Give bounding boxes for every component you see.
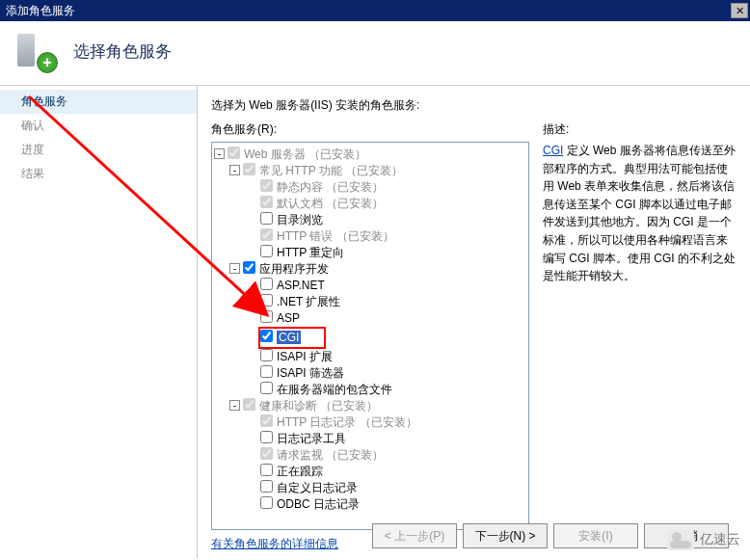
- node-odbc-log[interactable]: ODBC 日志记录: [214, 496, 526, 513]
- checkbox[interactable]: [260, 480, 273, 493]
- node-health[interactable]: -健康和诊断 （已安装）: [214, 398, 526, 414]
- watermark-icon: [667, 529, 694, 550]
- node-cgi[interactable]: CGI: [214, 327, 526, 349]
- checkbox: [260, 414, 273, 427]
- wizard-header: + 选择角色服务: [0, 21, 750, 86]
- wizard-steps: 角色服务 确认 进度 结果: [0, 86, 198, 558]
- node-tracing[interactable]: 正在跟踪: [214, 464, 526, 480]
- step-role-services[interactable]: 角色服务: [0, 90, 197, 114]
- node-isapi-ext[interactable]: ISAPI 扩展: [214, 349, 526, 365]
- desc-link-cgi[interactable]: CGI: [543, 144, 563, 157]
- node-asp[interactable]: ASP: [214, 310, 526, 327]
- checkbox[interactable]: [260, 431, 273, 443]
- node-app-dev[interactable]: -应用程序开发: [214, 261, 526, 278]
- node-ssi[interactable]: 在服务器端的包含文件: [214, 382, 526, 398]
- checkbox[interactable]: [260, 496, 273, 509]
- step-confirm[interactable]: 确认: [0, 114, 197, 138]
- step-progress[interactable]: 进度: [0, 138, 197, 162]
- node-web-server[interactable]: -Web 服务器 （已安装）: [214, 147, 526, 163]
- node-http-log[interactable]: HTTP 日志记录 （已安装）: [214, 414, 526, 431]
- node-http[interactable]: -常见 HTTP 功能 （已安装）: [214, 163, 526, 179]
- node-isapi-filter[interactable]: ISAPI 筛选器: [214, 365, 526, 382]
- title-bar: 添加角色服务 ✕: [0, 0, 750, 21]
- node-http-redirect[interactable]: HTTP 重定向: [214, 245, 526, 261]
- collapse-icon[interactable]: -: [214, 148, 225, 159]
- description-body: 定义 Web 服务器将信息传送至外部程序的方式。典型用法可能包括使用 Web 表…: [543, 144, 736, 282]
- checkbox: [260, 447, 273, 460]
- install-button: 安装(I): [553, 523, 638, 548]
- prev-button: < 上一步(P): [372, 523, 457, 548]
- checkbox: [228, 147, 240, 159]
- checkbox[interactable]: [260, 349, 273, 361]
- checkbox[interactable]: [260, 245, 273, 257]
- instruction-text: 选择为 Web 服务器(IIS) 安装的角色服务:: [211, 97, 738, 114]
- checkbox[interactable]: [260, 464, 273, 476]
- checkbox[interactable]: [260, 278, 273, 290]
- checkbox: [243, 398, 255, 411]
- watermark: 亿速云: [667, 529, 740, 550]
- node-default-doc[interactable]: 默认文档 （已安装）: [214, 196, 526, 212]
- step-results[interactable]: 结果: [0, 162, 197, 186]
- node-log-tools[interactable]: 日志记录工具: [214, 431, 526, 447]
- checkbox: [260, 196, 273, 208]
- node-dir-browse[interactable]: 目录浏览: [214, 212, 526, 228]
- collapse-icon[interactable]: -: [229, 263, 240, 274]
- collapse-icon[interactable]: -: [229, 165, 240, 175]
- page-title: 选择角色服务: [73, 40, 172, 63]
- node-static-content[interactable]: 静态内容 （已安装）: [214, 179, 526, 196]
- server-plus-icon: +: [15, 31, 56, 71]
- next-button[interactable]: 下一步(N) >: [463, 523, 548, 548]
- checkbox[interactable]: [260, 310, 273, 323]
- checkbox[interactable]: [243, 261, 255, 274]
- node-custom-log[interactable]: 自定义日志记录: [214, 480, 526, 496]
- checkbox[interactable]: [260, 330, 273, 342]
- checkbox[interactable]: [260, 382, 273, 394]
- checkbox[interactable]: [260, 294, 273, 307]
- checkbox: [260, 179, 273, 192]
- node-http-errors[interactable]: HTTP 错误 （已安装）: [214, 228, 526, 245]
- node-req-monitor[interactable]: 请求监视 （已安装）: [214, 447, 526, 464]
- checkbox: [243, 163, 255, 175]
- collapse-icon[interactable]: -: [229, 400, 240, 411]
- node-aspnet[interactable]: ASP.NET: [214, 278, 526, 294]
- window-title: 添加角色服务: [6, 0, 75, 21]
- description-title: 描述:: [543, 121, 738, 138]
- description-panel: 描述: CGI 定义 Web 服务器将信息传送至外部程序的方式。典型用法可能包括…: [543, 121, 738, 552]
- checkbox[interactable]: [260, 365, 273, 378]
- close-icon[interactable]: ✕: [731, 3, 748, 18]
- tree-label: 角色服务(R):: [211, 121, 529, 138]
- checkbox[interactable]: [260, 212, 273, 225]
- checkbox: [260, 228, 273, 241]
- node-net-ext[interactable]: .NET 扩展性: [214, 294, 526, 310]
- role-services-tree[interactable]: -Web 服务器 （已安装） -常见 HTTP 功能 （已安装） 静态内容 （已…: [211, 142, 529, 530]
